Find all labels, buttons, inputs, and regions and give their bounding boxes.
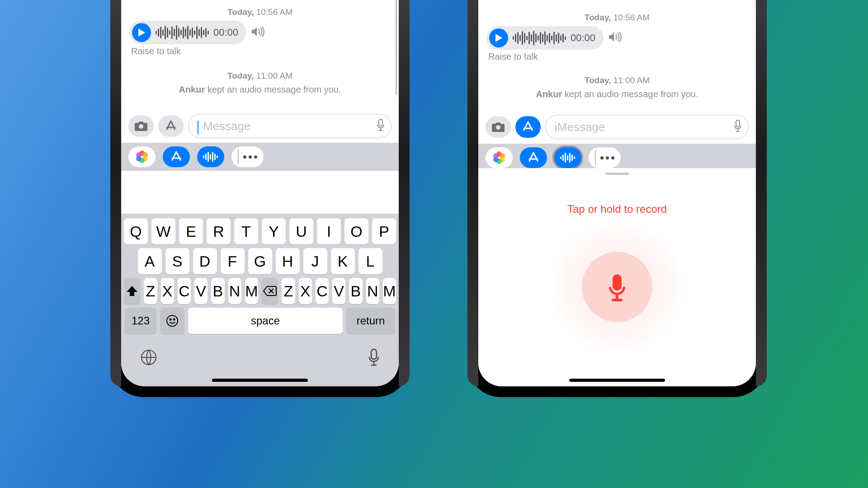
key-J[interactable]: J <box>303 248 327 274</box>
space-key[interactable]: space <box>188 308 343 334</box>
key-V[interactable]: V <box>332 278 345 304</box>
return-key[interactable]: return <box>346 308 395 334</box>
key-O[interactable]: O <box>344 218 368 244</box>
screen-right: Today, 10:56 AM 00:00 Raise to talk Toda… <box>478 0 756 386</box>
svg-rect-32 <box>569 153 571 163</box>
key-U[interactable]: U <box>289 218 313 244</box>
divider <box>238 149 239 164</box>
key-R[interactable]: R <box>207 218 231 244</box>
key-Q[interactable]: Q <box>124 218 148 244</box>
keyboard: QWERTYUIOP ASDFGHJKL ZXCVBNM ZXCVBNM 123… <box>121 214 399 386</box>
app-store-app-icon[interactable] <box>520 147 547 168</box>
apps-button[interactable] <box>158 115 184 137</box>
keyboard-row-2: ASDFGHJKL <box>121 246 399 276</box>
key-M[interactable]: M <box>383 278 396 304</box>
scrollbar[interactable] <box>396 0 397 95</box>
more-apps-button[interactable] <box>589 147 621 168</box>
app-drawer <box>121 143 399 171</box>
speaker-icon[interactable] <box>251 26 264 39</box>
delete-key[interactable] <box>262 278 278 304</box>
svg-rect-21 <box>736 120 740 127</box>
globe-icon[interactable] <box>140 349 157 368</box>
key-L[interactable]: L <box>359 248 382 274</box>
dictate-keyboard-icon[interactable] <box>368 348 380 368</box>
key-N[interactable]: N <box>366 278 379 304</box>
key-X[interactable]: X <box>161 278 174 304</box>
svg-rect-8 <box>203 155 204 158</box>
key-P[interactable]: P <box>372 218 396 244</box>
audio-duration: 00:00 <box>213 27 238 38</box>
more-apps-button[interactable] <box>231 146 264 167</box>
app-store-app-icon[interactable] <box>163 146 190 167</box>
message-field[interactable]: Message <box>188 114 392 138</box>
ellipsis-icon <box>243 155 257 159</box>
play-icon[interactable] <box>489 28 508 47</box>
key-S[interactable]: S <box>165 248 189 274</box>
home-indicator[interactable] <box>569 379 665 382</box>
message-field[interactable]: iMessage <box>545 115 749 139</box>
timestamp-2: Today, 11:00 AM <box>478 75 756 85</box>
camera-button[interactable] <box>128 115 154 137</box>
key-G[interactable]: G <box>248 248 272 274</box>
svg-rect-34 <box>574 156 575 159</box>
svg-point-20 <box>496 125 500 130</box>
speaker-icon[interactable] <box>608 32 622 44</box>
key-A[interactable]: A <box>138 248 162 274</box>
dictate-icon[interactable] <box>734 120 742 134</box>
audio-messages-app-icon[interactable] <box>197 146 224 167</box>
shift-key[interactable] <box>124 278 140 304</box>
key-Y[interactable]: Y <box>262 218 286 244</box>
key-I[interactable]: I <box>317 218 341 244</box>
key-H[interactable]: H <box>276 248 300 274</box>
home-indicator[interactable] <box>212 379 308 382</box>
key-E[interactable]: E <box>179 218 203 244</box>
key-B[interactable]: B <box>349 278 362 304</box>
key-K[interactable]: K <box>331 248 355 274</box>
svg-rect-9 <box>205 154 207 160</box>
numbers-key[interactable]: 123 <box>125 308 156 334</box>
key-C[interactable]: C <box>316 278 329 304</box>
svg-rect-10 <box>208 152 209 162</box>
key-B[interactable]: B <box>211 278 224 304</box>
timestamp-1: Today, 10:56 AM <box>121 7 399 17</box>
key-Z[interactable]: Z <box>282 278 295 304</box>
audio-messages-app-icon-selected[interactable] <box>554 147 581 168</box>
photos-app-icon[interactable] <box>486 147 513 168</box>
key-N[interactable]: N <box>228 278 241 304</box>
key-C[interactable]: C <box>178 278 191 304</box>
waveform-icon <box>513 31 566 45</box>
key-X[interactable]: X <box>299 278 312 304</box>
audio-bubble[interactable]: 00:00 <box>129 21 246 44</box>
photos-app-icon[interactable] <box>128 146 156 167</box>
compose-bar: Message <box>121 110 399 143</box>
apps-button-active[interactable] <box>515 116 541 138</box>
svg-rect-33 <box>571 155 573 161</box>
key-F[interactable]: F <box>221 248 245 274</box>
incoming-audio-message: 00:00 <box>486 26 756 50</box>
svg-rect-30 <box>565 153 566 163</box>
keyboard-row-1: QWERTYUIOP <box>121 216 399 246</box>
key-Z[interactable]: Z <box>144 278 157 304</box>
key-W[interactable]: W <box>151 218 175 244</box>
app-drawer <box>478 144 756 172</box>
svg-rect-13 <box>214 154 216 160</box>
record-button[interactable] <box>582 252 652 322</box>
play-icon[interactable] <box>132 23 151 42</box>
audio-bubble[interactable]: 00:00 <box>486 26 604 50</box>
drag-handle[interactable] <box>605 173 629 175</box>
audio-record-panel: Tap or hold to record <box>478 168 756 386</box>
record-button-halo <box>549 219 685 355</box>
svg-rect-29 <box>562 155 564 161</box>
emoji-key[interactable] <box>160 308 184 334</box>
dictate-icon[interactable] <box>377 119 385 133</box>
camera-button[interactable] <box>486 116 511 138</box>
key-T[interactable]: T <box>234 218 258 244</box>
key-M[interactable]: M <box>245 278 258 304</box>
key-V[interactable]: V <box>194 278 208 304</box>
raise-to-talk-label: Raise to talk <box>131 46 399 56</box>
key-D[interactable]: D <box>193 248 217 274</box>
phone-left: Today, 10:56 AM 00:00 Raise to talk Toda… <box>110 0 410 397</box>
raise-to-talk-label: Raise to talk <box>488 52 756 62</box>
svg-rect-35 <box>613 274 622 291</box>
keyboard-row-3: ZXCVBNM ZXCVBNM <box>121 276 399 306</box>
